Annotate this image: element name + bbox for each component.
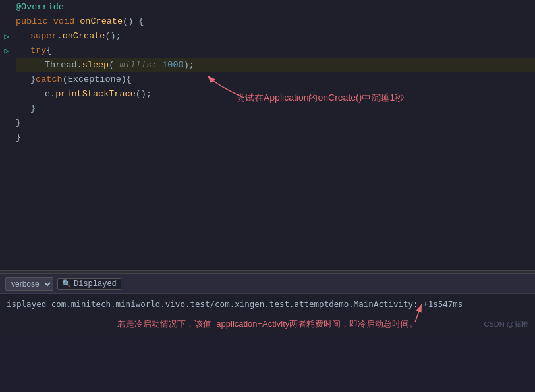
token: ( <box>109 58 119 72</box>
editor-annotation: 尝试在Application的onCreate()中沉睡1秒 <box>236 92 404 104</box>
fold-icon-2[interactable]: ▷ <box>4 32 9 42</box>
console-annotation: 若是冷启动情况下，该值=application+Activity两者耗费时间，即… <box>7 318 528 331</box>
token: void <box>53 14 80 29</box>
console-output-area: isplayed com.minitech.miniworld.vivo.tes… <box>0 294 535 335</box>
token: ( <box>63 72 68 87</box>
token: { <box>46 43 51 58</box>
code-line-5: Thread.sleep( millis: 1000); <box>16 58 535 72</box>
code-line-3: super.onCreate(); <box>16 29 535 43</box>
console-toolbar: verbose 🔍 Displayed <box>0 274 535 294</box>
token: catch <box>36 72 63 87</box>
filter-label: Displayed <box>74 279 117 289</box>
console-area: verbose 🔍 Displayed isplayed com.minitec… <box>0 274 535 335</box>
editor-area: ▷ ▷ @Override public void onCreate() { <box>0 0 535 270</box>
token: } <box>16 116 21 130</box>
token: sleep <box>82 58 109 72</box>
token: (); <box>105 29 121 43</box>
token: } <box>16 130 21 145</box>
token: . <box>50 87 55 101</box>
token: onCreate <box>80 14 123 29</box>
code-line-10: } <box>16 130 535 145</box>
console-output-line: isplayed com.minitech.miniworld.vivo.tes… <box>7 298 528 311</box>
console-filter[interactable]: 🔍 Displayed <box>57 278 121 290</box>
code-line-4: try { <box>16 43 535 58</box>
console-output-text: isplayed com.minitech.miniworld.vivo.tes… <box>7 299 463 309</box>
fold-icon-3[interactable]: ▷ <box>4 46 9 56</box>
token: Exception <box>68 72 116 87</box>
token: (); <box>136 87 152 101</box>
token: } <box>30 101 36 116</box>
token: printStackTrace <box>55 87 136 101</box>
token: () { <box>123 14 144 29</box>
token: . <box>57 29 63 43</box>
token: 1000 <box>162 58 183 72</box>
token: public <box>16 14 53 29</box>
token: . <box>77 58 82 72</box>
code-line-2: public void onCreate() { <box>16 14 535 29</box>
watermark: CSDN @新根 <box>484 320 528 329</box>
token: millis: <box>119 58 162 72</box>
token: onCreate <box>63 29 105 43</box>
token: ); <box>184 58 194 72</box>
code-content: @Override public void onCreate() { super… <box>13 0 535 270</box>
code-line-1: @Override <box>16 0 535 14</box>
gutter-icon-2: ▷ <box>4 29 9 43</box>
gutter-icon-3: ▷ <box>4 43 9 58</box>
code-line-9: } <box>16 116 535 130</box>
token: super <box>30 29 57 43</box>
token: try <box>30 43 46 58</box>
gutter-icons: ▷ ▷ <box>0 0 13 270</box>
log-level-select[interactable]: verbose <box>5 277 53 291</box>
token: @Override <box>16 0 64 14</box>
search-icon: 🔍 <box>62 279 71 288</box>
code-line-6: }catch (Exception e){ <box>16 72 535 87</box>
token: e <box>45 87 50 101</box>
token: } <box>30 72 36 87</box>
token: Thread <box>45 58 77 72</box>
token: e){ <box>116 72 132 87</box>
